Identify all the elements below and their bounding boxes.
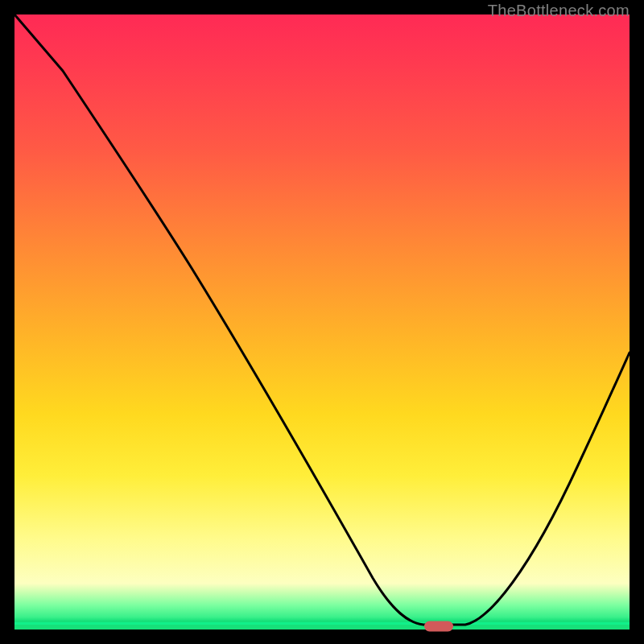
plot-area	[14, 14, 630, 630]
watermark-text: TheBottleneck.com	[488, 2, 630, 20]
optimal-marker	[424, 621, 453, 632]
curve-path	[14, 14, 630, 625]
chart-frame: TheBottleneck.com	[0, 0, 644, 644]
bottleneck-curve	[14, 14, 630, 630]
